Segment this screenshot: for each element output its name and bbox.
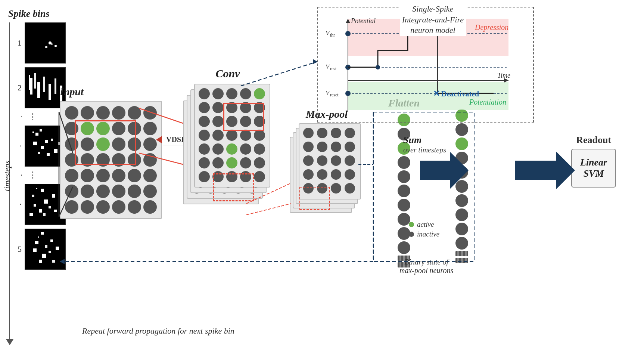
cn1r1c3: [226, 88, 237, 99]
dots-indicator-2: ⋮: [25, 170, 37, 180]
flatten-column-2: [455, 108, 468, 264]
sum-sublabel: over timesteps: [403, 146, 446, 154]
dots-row-2: · ⋮: [15, 170, 66, 180]
flatten-n8: [398, 213, 410, 226]
cn1r6c1: [199, 157, 210, 168]
dot-marker-1: ·: [16, 112, 22, 122]
spike-bins-title: Spike bins: [8, 8, 50, 19]
neuron-r7c3: [96, 200, 110, 214]
mp1r2c1: [303, 142, 314, 152]
flatten2-n10: [455, 237, 468, 250]
spike-bin-row-3: ·: [15, 126, 66, 167]
cn1r4c3: [226, 130, 237, 141]
neuron-model-label: Single-Spike Integrate-and-Fire neuron m…: [400, 4, 466, 36]
mp1r1c4: [345, 128, 355, 138]
flatten2-n3: [455, 137, 468, 150]
neuron-r7c1: [65, 200, 78, 214]
timesteps-label: timesteps: [2, 161, 12, 191]
sum-label: Sum: [403, 134, 446, 146]
inactive-dot-icon: [409, 232, 414, 237]
spike-bins-column: 1 2 · ⋮ · · ⋮ · 5: [15, 22, 66, 270]
neuron-model-box: Single-Spike Integrate-and-Fire neuron m…: [317, 7, 534, 123]
neuron-r5c1: [65, 169, 78, 182]
spike-bin-row-4: ·: [15, 184, 66, 225]
neuron-r2c5: [128, 122, 141, 135]
mp1r1c1: [303, 128, 314, 138]
cn1r7c2: [212, 171, 224, 182]
mp1r3c1: [303, 155, 314, 166]
mp1r3c4: [345, 155, 355, 166]
neuron-r7c4: [112, 200, 125, 214]
readout-box: LinearSVM: [571, 149, 616, 188]
flatten-n5: [398, 170, 410, 183]
neuron-r5c4: [112, 169, 125, 182]
flatten2-n2: [455, 123, 468, 136]
cn1r6c5: [254, 157, 265, 168]
neuron-r5c3: [96, 169, 110, 182]
neuron-r4c6: [143, 153, 157, 167]
neuron-r4c1: [65, 153, 78, 167]
neuron-r7c2: [81, 200, 94, 214]
neuron-r1c1: [65, 106, 78, 120]
neuron-r5c6: [143, 169, 157, 182]
svg-text:Potentiation: Potentiation: [469, 98, 506, 106]
neuron-r1c2: [81, 106, 94, 120]
flatten2-n8: [455, 208, 468, 221]
neuron-r2c6: [143, 122, 157, 135]
mp1r1c3: [331, 128, 341, 138]
neuron-r3c3: [96, 137, 110, 151]
inactive-label-row: inactive: [409, 230, 439, 238]
mp1r2c2: [317, 142, 327, 152]
flatten2-n6: [455, 180, 468, 193]
readout-box-text: LinearSVM: [580, 157, 607, 179]
mp1r5c2: [317, 183, 327, 194]
cn1r4c5: [254, 130, 265, 141]
neuron-r5c5: [128, 169, 141, 182]
neuron-r4c5: [128, 153, 141, 167]
flatten-n6: [398, 185, 410, 197]
mp1r5c1: [303, 183, 314, 194]
input-label: Input: [60, 86, 162, 98]
conv-section: Conv: [183, 67, 273, 233]
cn1r6c4: [240, 157, 251, 168]
neuron-r1c3: [96, 106, 110, 120]
neuron-r4c3: [96, 153, 110, 167]
neuron-r2c1: [65, 122, 78, 135]
svg-text:reset: reset: [330, 92, 339, 98]
cn1r4c2: [212, 130, 224, 141]
neuron-r3c1: [65, 137, 78, 151]
inactive-text: inactive: [417, 230, 439, 238]
input-section: Input: [60, 86, 162, 219]
flatten2-n5: [455, 166, 468, 179]
spike-bin-number-4: ·: [15, 199, 22, 209]
mp1r4c1: [303, 169, 314, 180]
active-text: active: [417, 220, 434, 229]
spike-bin-image-5: [25, 229, 66, 270]
spike-bin-row-1: 1: [15, 22, 66, 64]
conv-label: Conv: [183, 67, 273, 80]
mp1r3c3: [331, 155, 341, 166]
neuron-r1c6: [143, 106, 157, 120]
flatten-section-2: [455, 108, 468, 264]
mp1r5c4: [345, 183, 355, 194]
neuron-r4c4: [112, 153, 125, 167]
cn1r5c5: [254, 143, 265, 155]
cn1r2c3: [226, 102, 237, 113]
cn1r7c4: [240, 171, 251, 182]
cn1r2c2: [212, 102, 224, 113]
spike-bin-number-3: ·: [15, 141, 22, 151]
cn1r3c4: [240, 116, 251, 127]
svg-text:Time: Time: [497, 72, 510, 79]
flatten-n9: [398, 227, 410, 240]
cn1r4c4: [240, 130, 251, 141]
active-label-row: active: [409, 220, 439, 229]
flatten-n7: [398, 199, 410, 211]
sum-section: Sum over timesteps: [403, 134, 446, 154]
cn1r5c1: [199, 143, 210, 155]
cn1r1c1: [199, 88, 210, 99]
flatten-section: Flatten: [388, 97, 420, 268]
binary-state-label: Binary state of max-pool neurons: [399, 258, 453, 275]
flatten2-stripe-2: [455, 258, 468, 263]
neuron-r1c4: [112, 106, 125, 120]
neuron-r3c6: [143, 137, 157, 151]
